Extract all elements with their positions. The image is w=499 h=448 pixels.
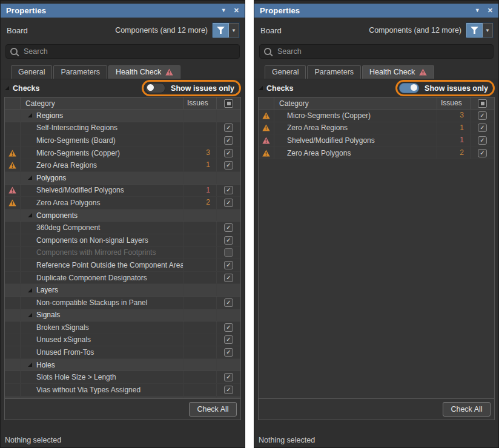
row-checkbox[interactable]: ✓ (478, 136, 487, 145)
panel-close-icon[interactable]: ✕ (487, 4, 493, 18)
tab-general[interactable]: General (265, 65, 306, 79)
row-checkbox[interactable]: ✓ (224, 124, 233, 132)
check-item-row[interactable]: Slots Hole Size > Length✓ (5, 371, 240, 384)
check-item-row[interactable]: Micro-Segments (Copper)3✓ (259, 110, 494, 122)
issues-count (183, 247, 216, 259)
category-group-row[interactable]: Components (5, 209, 240, 222)
check-item-row[interactable]: Duplicate Component Designators✓ (5, 272, 240, 285)
row-checkbox[interactable]: ✓ (478, 149, 487, 157)
tree-expand-arrow[interactable] (28, 213, 32, 217)
show-issues-toggle[interactable] (399, 83, 419, 93)
category-group-row[interactable]: Polygons (5, 172, 240, 185)
tree-expand-arrow[interactable] (28, 176, 32, 180)
column-header-issues[interactable]: Issues (7) (437, 97, 470, 109)
select-all-checkbox[interactable] (478, 99, 487, 108)
filter-dropdown-button[interactable]: ▼ (229, 23, 239, 38)
check-item-row[interactable]: Zero Area Polygons2✓ (5, 197, 240, 209)
column-header-checkbox[interactable] (470, 97, 494, 109)
check-item-row[interactable]: Shelved/Modified Polygons1✓ (5, 185, 240, 197)
check-all-button[interactable]: Check All (443, 402, 491, 417)
check-item-row[interactable]: 360deg Component✓ (5, 222, 240, 234)
row-checkbox[interactable]: ✓ (224, 136, 233, 145)
check-item-row[interactable]: Vias without Via Types Assigned✓ (5, 384, 240, 397)
check-item-row[interactable]: Non-compatible Stackups in Panel✓ (5, 297, 240, 309)
row-checkbox[interactable]: ✓ (224, 335, 233, 344)
category-label: Micro-Segments (Copper) (287, 111, 371, 120)
check-item-row[interactable]: Unused xSignals✓ (5, 334, 240, 347)
check-item-row[interactable]: Micro-Segments (Board)✓ (5, 134, 240, 147)
search-input[interactable] (22, 47, 235, 56)
tab-health-check[interactable]: Health Check (108, 65, 180, 79)
search-box[interactable] (259, 44, 494, 59)
row-checkbox[interactable]: ✓ (224, 386, 233, 394)
column-header-category[interactable]: Category (21, 99, 183, 108)
check-item-row[interactable]: Components with Mirrored Footprints (5, 247, 240, 260)
row-icon-gutter (5, 209, 21, 222)
row-checkbox[interactable]: ✓ (224, 348, 233, 357)
row-checkbox[interactable]: ✓ (224, 186, 233, 194)
check-item-row[interactable]: Reference Point Outside the Component Ar… (5, 259, 240, 272)
search-input[interactable] (276, 47, 489, 56)
category-cell: Broken xSignals (21, 321, 183, 334)
category-cell: Slots Hole Size > Length (21, 371, 183, 383)
tree-expand-arrow[interactable] (28, 113, 32, 117)
check-item-row[interactable]: Unused From-Tos✓ (5, 346, 240, 359)
select-all-checkbox[interactable] (224, 99, 233, 108)
tree-expand-arrow[interactable] (28, 363, 32, 367)
section-expand-arrow[interactable] (259, 86, 263, 90)
issues-count: 2 (183, 197, 216, 209)
check-item-row[interactable]: Zero Area Regions1✓ (259, 122, 494, 135)
tab-parameters[interactable]: Parameters (307, 65, 361, 79)
category-cell: Components on Non-signal Layers (21, 234, 183, 246)
check-all-button[interactable]: Check All (189, 402, 237, 417)
row-checkbox[interactable]: ✓ (224, 373, 233, 381)
category-group-row[interactable]: Regions (5, 110, 240, 122)
category-group-row[interactable]: Signals (5, 309, 240, 322)
check-item-row[interactable]: Zero Area Polygons2✓ (259, 147, 494, 160)
row-checkbox[interactable]: ✓ (224, 199, 233, 207)
show-issues-label: Show issues only (425, 84, 488, 93)
row-checkbox[interactable]: ✓ (224, 161, 233, 170)
filter-dropdown-button[interactable]: ▼ (483, 23, 493, 38)
check-item-row[interactable]: Shelved/Modified Polygons1✓ (259, 134, 494, 147)
row-checkbox[interactable] (224, 248, 233, 257)
check-item-row[interactable]: Micro-Segments (Copper)3✓ (5, 147, 240, 160)
column-header-category[interactable]: Category (274, 99, 437, 108)
checkbox-cell: ✓ (216, 159, 240, 171)
row-checkbox[interactable]: ✓ (224, 236, 233, 245)
column-header-issues[interactable]: Issues (7) (183, 97, 216, 109)
row-checkbox[interactable]: ✓ (224, 298, 233, 307)
tree-expand-arrow[interactable] (28, 288, 32, 292)
tab-health-check[interactable]: Health Check (362, 65, 434, 79)
search-box[interactable] (5, 44, 240, 59)
tree-expand-arrow[interactable] (28, 313, 32, 317)
check-item-row[interactable]: Zero Area Regions1✓ (5, 159, 240, 172)
category-label: Micro-Segments (Board) (36, 136, 116, 145)
column-header-checkbox[interactable] (216, 97, 240, 109)
category-group-row[interactable]: Holes (5, 359, 240, 372)
tab-label: Health Check (369, 68, 415, 76)
filter-button[interactable] (213, 23, 229, 38)
panel-menu-chevron-icon[interactable]: ▼ (221, 4, 226, 18)
check-item-row[interactable]: Broken xSignals✓ (5, 321, 240, 334)
tab-general[interactable]: General (11, 65, 52, 79)
check-item-row[interactable]: Self-Intersecting Regions✓ (5, 122, 240, 135)
row-checkbox[interactable]: ✓ (478, 111, 487, 120)
panel-titlebar: Properties ▼ ✕ (254, 4, 498, 18)
row-checkbox[interactable]: ✓ (224, 274, 233, 282)
tab-parameters[interactable]: Parameters (53, 65, 107, 79)
row-checkbox[interactable]: ✓ (224, 149, 233, 157)
filter-button[interactable] (466, 23, 483, 38)
row-checkbox[interactable]: ✓ (478, 124, 487, 132)
row-checkbox[interactable]: ✓ (224, 261, 233, 269)
category-group-row[interactable]: Layers (5, 284, 240, 297)
show-issues-toggle[interactable] (145, 83, 165, 93)
checks-table-rows: RegionsSelf-Intersecting Regions✓Micro-S… (5, 110, 240, 398)
section-expand-arrow[interactable] (5, 86, 9, 90)
panel-menu-chevron-icon[interactable]: ▼ (475, 4, 480, 18)
check-item-row[interactable]: Components on Non-signal Layers✓ (5, 234, 240, 247)
checkbox-cell: ✓ (216, 185, 240, 197)
row-checkbox[interactable]: ✓ (224, 223, 233, 232)
panel-close-icon[interactable]: ✕ (234, 4, 239, 18)
row-checkbox[interactable]: ✓ (224, 323, 233, 332)
